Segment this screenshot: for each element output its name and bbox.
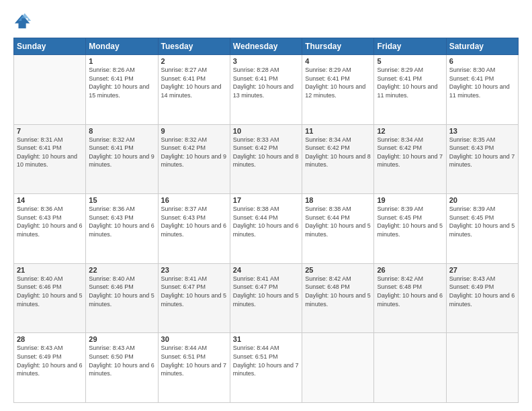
day-info: Sunrise: 8:27 AMSunset: 6:41 PMDaylight:… bbox=[161, 66, 227, 99]
day-info: Sunrise: 8:42 AMSunset: 6:48 PMDaylight:… bbox=[377, 275, 443, 308]
day-number: 7 bbox=[17, 127, 83, 135]
day-cell: 31 Sunrise: 8:44 AMSunset: 6:51 PMDaylig… bbox=[230, 333, 302, 403]
day-info: Sunrise: 8:26 AMSunset: 6:41 PMDaylight:… bbox=[89, 66, 154, 99]
day-number: 1 bbox=[89, 57, 154, 65]
day-info: Sunrise: 8:28 AMSunset: 6:41 PMDaylight:… bbox=[233, 66, 299, 99]
day-number: 4 bbox=[305, 57, 371, 65]
day-number: 31 bbox=[233, 335, 299, 343]
day-info: Sunrise: 8:29 AMSunset: 6:41 PMDaylight:… bbox=[377, 66, 443, 99]
day-info: Sunrise: 8:32 AMSunset: 6:42 PMDaylight:… bbox=[161, 136, 227, 169]
day-info: Sunrise: 8:33 AMSunset: 6:42 PMDaylight:… bbox=[233, 136, 299, 169]
day-number: 24 bbox=[233, 266, 299, 274]
day-cell bbox=[14, 55, 86, 125]
day-info: Sunrise: 8:31 AMSunset: 6:41 PMDaylight:… bbox=[17, 136, 83, 169]
day-info: Sunrise: 8:37 AMSunset: 6:43 PMDaylight:… bbox=[161, 205, 227, 238]
day-number: 27 bbox=[449, 266, 515, 274]
day-number: 29 bbox=[89, 335, 154, 343]
calendar-table: SundayMondayTuesdayWednesdayThursdayFrid… bbox=[13, 38, 519, 403]
day-info: Sunrise: 8:40 AMSunset: 6:46 PMDaylight:… bbox=[17, 275, 83, 308]
day-cell: 27 Sunrise: 8:43 AMSunset: 6:49 PMDaylig… bbox=[446, 263, 518, 333]
day-info: Sunrise: 8:43 AMSunset: 6:50 PMDaylight:… bbox=[89, 344, 154, 377]
day-number: 11 bbox=[305, 127, 371, 135]
day-number: 30 bbox=[161, 335, 227, 343]
day-cell: 9 Sunrise: 8:32 AMSunset: 6:42 PMDayligh… bbox=[158, 124, 230, 194]
day-number: 8 bbox=[89, 127, 154, 135]
day-cell: 6 Sunrise: 8:30 AMSunset: 6:41 PMDayligh… bbox=[446, 55, 518, 125]
day-cell: 21 Sunrise: 8:40 AMSunset: 6:46 PMDaylig… bbox=[14, 263, 86, 333]
day-cell: 15 Sunrise: 8:36 AMSunset: 6:43 PMDaylig… bbox=[86, 194, 158, 264]
week-row-4: 21 Sunrise: 8:40 AMSunset: 6:46 PMDaylig… bbox=[14, 263, 519, 333]
page: SundayMondayTuesdayWednesdayThursdayFrid… bbox=[0, 0, 532, 411]
day-number: 3 bbox=[233, 57, 299, 65]
day-info: Sunrise: 8:43 AMSunset: 6:49 PMDaylight:… bbox=[449, 275, 515, 308]
day-cell: 5 Sunrise: 8:29 AMSunset: 6:41 PMDayligh… bbox=[374, 55, 446, 125]
day-cell: 19 Sunrise: 8:39 AMSunset: 6:45 PMDaylig… bbox=[374, 194, 446, 264]
day-info: Sunrise: 8:39 AMSunset: 6:45 PMDaylight:… bbox=[449, 205, 515, 238]
day-cell: 4 Sunrise: 8:29 AMSunset: 6:41 PMDayligh… bbox=[302, 55, 374, 125]
day-cell: 26 Sunrise: 8:42 AMSunset: 6:48 PMDaylig… bbox=[374, 263, 446, 333]
day-cell: 25 Sunrise: 8:42 AMSunset: 6:48 PMDaylig… bbox=[302, 263, 374, 333]
day-cell: 12 Sunrise: 8:34 AMSunset: 6:42 PMDaylig… bbox=[374, 124, 446, 194]
day-number: 26 bbox=[377, 266, 443, 274]
day-number: 6 bbox=[449, 57, 515, 65]
day-cell: 29 Sunrise: 8:43 AMSunset: 6:50 PMDaylig… bbox=[86, 333, 158, 403]
day-info: Sunrise: 8:38 AMSunset: 6:44 PMDaylight:… bbox=[233, 205, 299, 238]
day-cell: 23 Sunrise: 8:41 AMSunset: 6:47 PMDaylig… bbox=[158, 263, 230, 333]
day-cell: 13 Sunrise: 8:35 AMSunset: 6:43 PMDaylig… bbox=[446, 124, 518, 194]
week-row-5: 28 Sunrise: 8:43 AMSunset: 6:49 PMDaylig… bbox=[14, 333, 519, 403]
day-info: Sunrise: 8:35 AMSunset: 6:43 PMDaylight:… bbox=[449, 136, 515, 169]
week-row-3: 14 Sunrise: 8:36 AMSunset: 6:43 PMDaylig… bbox=[14, 194, 519, 264]
day-info: Sunrise: 8:38 AMSunset: 6:44 PMDaylight:… bbox=[305, 205, 371, 238]
day-info: Sunrise: 8:30 AMSunset: 6:41 PMDaylight:… bbox=[449, 66, 515, 99]
col-header-tuesday: Tuesday bbox=[158, 38, 230, 55]
header bbox=[13, 12, 519, 31]
day-number: 19 bbox=[377, 196, 443, 204]
day-cell: 3 Sunrise: 8:28 AMSunset: 6:41 PMDayligh… bbox=[230, 55, 302, 125]
day-number: 14 bbox=[17, 196, 83, 204]
day-info: Sunrise: 8:32 AMSunset: 6:41 PMDaylight:… bbox=[89, 136, 154, 169]
day-info: Sunrise: 8:39 AMSunset: 6:45 PMDaylight:… bbox=[377, 205, 443, 238]
logo bbox=[13, 12, 35, 31]
day-info: Sunrise: 8:40 AMSunset: 6:46 PMDaylight:… bbox=[89, 275, 154, 308]
logo-icon bbox=[13, 12, 32, 31]
day-cell: 30 Sunrise: 8:44 AMSunset: 6:51 PMDaylig… bbox=[158, 333, 230, 403]
day-info: Sunrise: 8:29 AMSunset: 6:41 PMDaylight:… bbox=[305, 66, 371, 99]
day-info: Sunrise: 8:34 AMSunset: 6:42 PMDaylight:… bbox=[305, 136, 371, 169]
day-info: Sunrise: 8:43 AMSunset: 6:49 PMDaylight:… bbox=[17, 344, 83, 377]
day-number: 28 bbox=[17, 335, 83, 343]
day-cell: 17 Sunrise: 8:38 AMSunset: 6:44 PMDaylig… bbox=[230, 194, 302, 264]
day-number: 2 bbox=[161, 57, 227, 65]
day-cell: 10 Sunrise: 8:33 AMSunset: 6:42 PMDaylig… bbox=[230, 124, 302, 194]
col-header-sunday: Sunday bbox=[14, 38, 86, 55]
day-info: Sunrise: 8:34 AMSunset: 6:42 PMDaylight:… bbox=[377, 136, 443, 169]
day-number: 17 bbox=[233, 196, 299, 204]
day-cell: 16 Sunrise: 8:37 AMSunset: 6:43 PMDaylig… bbox=[158, 194, 230, 264]
day-number: 9 bbox=[161, 127, 227, 135]
day-cell: 20 Sunrise: 8:39 AMSunset: 6:45 PMDaylig… bbox=[446, 194, 518, 264]
day-number: 20 bbox=[449, 196, 515, 204]
day-number: 22 bbox=[89, 266, 154, 274]
day-number: 18 bbox=[305, 196, 371, 204]
day-info: Sunrise: 8:42 AMSunset: 6:48 PMDaylight:… bbox=[305, 275, 371, 308]
day-info: Sunrise: 8:36 AMSunset: 6:43 PMDaylight:… bbox=[89, 205, 154, 238]
col-header-saturday: Saturday bbox=[446, 38, 518, 55]
day-cell bbox=[446, 333, 518, 403]
day-number: 23 bbox=[161, 266, 227, 274]
day-number: 13 bbox=[449, 127, 515, 135]
day-info: Sunrise: 8:44 AMSunset: 6:51 PMDaylight:… bbox=[161, 344, 227, 377]
day-info: Sunrise: 8:41 AMSunset: 6:47 PMDaylight:… bbox=[233, 275, 299, 308]
day-number: 21 bbox=[17, 266, 83, 274]
week-row-1: 1 Sunrise: 8:26 AMSunset: 6:41 PMDayligh… bbox=[14, 55, 519, 125]
day-cell: 22 Sunrise: 8:40 AMSunset: 6:46 PMDaylig… bbox=[86, 263, 158, 333]
day-number: 10 bbox=[233, 127, 299, 135]
day-cell: 2 Sunrise: 8:27 AMSunset: 6:41 PMDayligh… bbox=[158, 55, 230, 125]
day-number: 25 bbox=[305, 266, 371, 274]
day-cell: 24 Sunrise: 8:41 AMSunset: 6:47 PMDaylig… bbox=[230, 263, 302, 333]
day-info: Sunrise: 8:41 AMSunset: 6:47 PMDaylight:… bbox=[161, 275, 227, 308]
day-cell: 11 Sunrise: 8:34 AMSunset: 6:42 PMDaylig… bbox=[302, 124, 374, 194]
col-header-monday: Monday bbox=[86, 38, 158, 55]
day-info: Sunrise: 8:36 AMSunset: 6:43 PMDaylight:… bbox=[17, 205, 83, 238]
day-number: 15 bbox=[89, 196, 154, 204]
day-cell: 7 Sunrise: 8:31 AMSunset: 6:41 PMDayligh… bbox=[14, 124, 86, 194]
day-cell: 18 Sunrise: 8:38 AMSunset: 6:44 PMDaylig… bbox=[302, 194, 374, 264]
